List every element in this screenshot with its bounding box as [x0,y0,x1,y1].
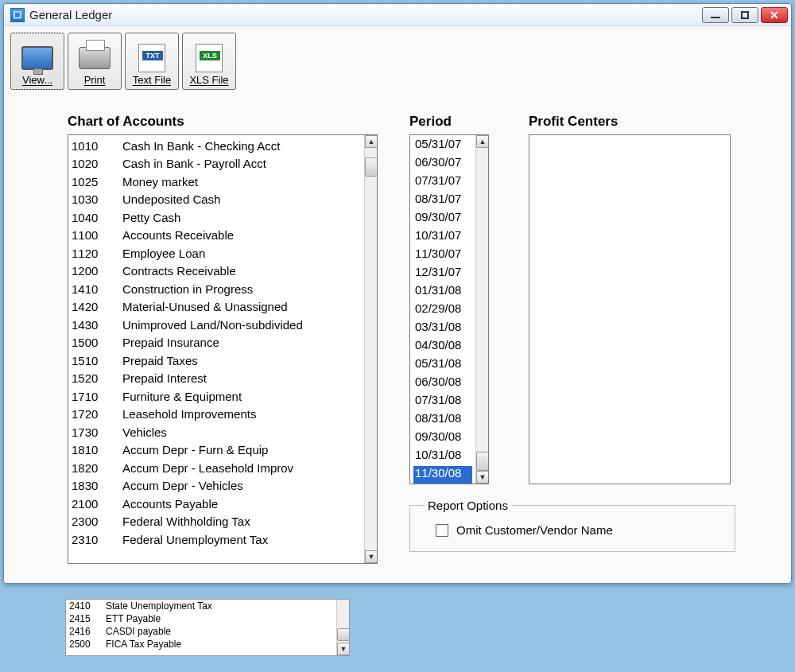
period-row[interactable]: 06/30/08 [413,375,472,393]
scroll-down-button[interactable]: ▼ [337,643,350,655]
minimize-button[interactable] [702,7,729,23]
account-code: 1040 [72,211,122,224]
xls-label: XLS File [189,74,228,86]
accounts-scrollbar[interactable]: ▲ ▼ [364,135,377,563]
period-scrollbar[interactable]: ▲ ▼ [475,135,488,484]
titlebar: General Ledger ✕ [4,4,791,26]
account-row[interactable]: 1730Vehicles [72,423,361,441]
account-name: Federal Unemployment Tax [122,533,268,546]
period-row[interactable]: 06/30/07 [413,155,472,173]
period-row[interactable]: 09/30/08 [413,429,472,448]
account-row[interactable]: 2100Accounts Payable [72,495,361,513]
period-row[interactable]: 09/30/07 [413,210,472,228]
scroll-up-button[interactable]: ▲ [476,135,489,148]
account-name: Prepaid Taxes [122,354,198,367]
checkbox-icon[interactable] [436,524,448,537]
monitor-icon [21,46,53,70]
account-row[interactable]: 2416CASDI payable [69,625,333,638]
account-code: 2300 [72,515,122,528]
general-ledger-window: General Ledger ✕ View... Print TXT Text … [3,3,792,584]
account-row[interactable]: 2415ETT Payable [69,612,333,625]
scroll-down-button[interactable]: ▼ [365,550,378,563]
view-label: View... [22,74,52,86]
account-code: 2500 [69,639,106,650]
account-name: Accum Depr - Vehicles [122,479,243,492]
account-row[interactable]: 1810Accum Depr - Furn & Equip [72,441,361,460]
period-row[interactable]: 04/30/08 [413,338,472,356]
bg-scrollbar[interactable]: ▼ [336,600,349,655]
scroll-down-button[interactable]: ▼ [476,471,489,484]
account-row[interactable]: 1200Contracts Receivable [72,262,361,281]
account-code: 2416 [69,626,106,637]
account-name: FICA Tax Payable [106,639,181,650]
account-name: Vehicles [122,425,167,439]
account-code: 1120 [72,247,122,260]
account-name: Cash in Bank - Payroll Acct [122,157,266,170]
close-button[interactable]: ✕ [761,7,788,23]
period-row[interactable]: 12/31/07 [413,265,472,283]
scroll-thumb[interactable] [337,628,350,641]
period-row[interactable]: 05/31/07 [413,137,472,155]
account-row[interactable]: 1025Money market [72,173,361,191]
maximize-button[interactable] [731,7,758,23]
print-label: Print [84,74,106,86]
period-row[interactable]: 05/31/08 [413,356,472,375]
account-row[interactable]: 1510Prepaid Taxes [72,352,361,370]
account-name: Construction in Progress [122,282,253,296]
account-row[interactable]: 1120Employee Loan [72,244,361,262]
account-row[interactable]: 1520Prepaid Interest [72,370,361,388]
view-button[interactable]: View... [10,33,64,90]
account-name: Undeposited Cash [122,192,220,206]
period-row[interactable]: 01/31/08 [413,283,472,301]
period-row[interactable]: 07/31/07 [413,173,472,192]
account-name: Unimproved Land/Non-subdivided [122,318,303,332]
account-row[interactable]: 1420Material-Unused & Unassigned [72,298,361,317]
period-row[interactable]: 08/31/08 [413,411,472,429]
print-button[interactable]: Print [68,33,122,90]
account-row[interactable]: 2410State Unemployment Tax [69,600,333,612]
period-row[interactable]: 02/29/08 [413,301,472,320]
account-row[interactable]: 1030Undeposited Cash [72,191,361,209]
account-row[interactable]: 1430Unimproved Land/Non-subdivided [72,316,361,334]
account-row[interactable]: 1040Petty Cash [72,208,361,227]
account-code: 2310 [72,533,122,546]
account-row[interactable]: 1100Accounts Receivable [72,227,361,245]
account-row[interactable]: 2310Federal Unemployment Tax [72,530,361,549]
account-row[interactable]: 1020Cash in Bank - Payroll Acct [72,155,361,173]
period-row[interactable]: 07/31/08 [413,393,472,411]
account-row[interactable]: 1710Furniture & Equipment [72,387,361,406]
txt-label: Text File [133,74,171,86]
close-icon: ✕ [770,10,779,21]
scroll-thumb[interactable] [365,157,378,177]
account-row[interactable]: 1010Cash In Bank - Checking Acct [72,137,361,155]
period-row[interactable]: 10/31/07 [413,228,472,247]
period-row[interactable]: 10/31/08 [413,448,472,466]
xls-file-button[interactable]: XLS XLS File [182,33,236,90]
account-code: 2415 [69,613,106,624]
account-row[interactable]: 2500FICA Tax Payable [69,638,333,651]
account-name: Federal Withholding Tax [122,515,250,528]
account-row[interactable]: 1410Construction in Progress [72,280,361,298]
omit-label: Omit Customer/Vendor Name [456,523,613,537]
period-row[interactable]: 11/30/08 [413,466,472,484]
account-row[interactable]: 1720Leasehold Improvements [72,406,361,424]
omit-customer-vendor-option[interactable]: Omit Customer/Vendor Name [425,523,720,537]
printer-icon [79,47,111,69]
account-name: Accounts Payable [122,497,218,511]
period-row[interactable]: 08/31/07 [413,192,472,210]
profit-centers-listbox[interactable] [529,134,731,484]
account-row[interactable]: 1500Prepaid Insurance [72,334,361,352]
accounts-listbox[interactable]: 1010Cash In Bank - Checking Acct1020Cash… [68,134,378,564]
scroll-up-button[interactable]: ▲ [365,135,378,148]
period-listbox[interactable]: 05/31/0706/30/0707/31/0708/31/0709/30/07… [409,134,489,484]
account-row[interactable]: 1820Accum Depr - Leasehold Improv [72,459,361,477]
period-row[interactable]: 11/30/07 [413,247,472,265]
account-row[interactable]: 1830Accum Depr - Vehicles [72,477,361,495]
text-file-button[interactable]: TXT Text File [125,33,179,90]
period-row[interactable]: 03/31/08 [413,320,472,338]
account-row[interactable]: 2300Federal Withholding Tax [72,513,361,531]
scroll-thumb[interactable] [476,452,489,471]
account-name: Petty Cash [122,211,180,224]
account-code: 1030 [72,192,122,206]
account-code: 2100 [72,497,122,511]
